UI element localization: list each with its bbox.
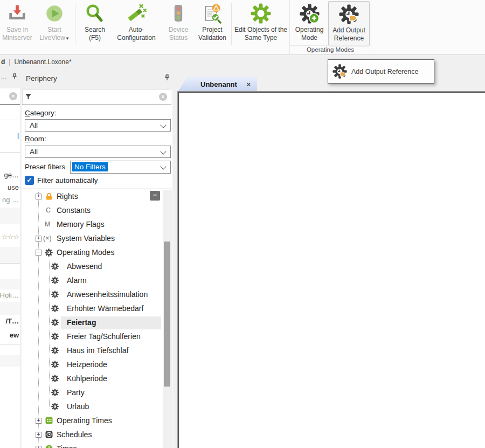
operating-mode-button[interactable]: Operating Mode bbox=[292, 1, 327, 46]
save-miniserver-icon bbox=[1, 1, 33, 26]
gear-icon bbox=[51, 389, 59, 396]
clock-green-icon bbox=[45, 445, 53, 448]
tab-unbenannt[interactable]: Unbenannt × bbox=[178, 77, 257, 92]
clear-filter-icon[interactable]: × bbox=[159, 93, 167, 101]
gear-icon bbox=[51, 305, 59, 312]
gear-icon bbox=[51, 333, 59, 340]
expand-plus-icon[interactable]: + bbox=[36, 236, 41, 242]
gear-output-icon bbox=[329, 2, 369, 26]
clear-filter-icon[interactable]: × bbox=[9, 92, 17, 100]
tree-item-operating-modes[interactable]: − Operating Modes bbox=[22, 246, 163, 260]
tree-item-kuehlperiode[interactable]: Kühlperiode bbox=[22, 372, 163, 386]
ribbon-toolbar: Save in Miniserver Start LiveView▼ Searc… bbox=[0, 0, 485, 55]
tree-item-anwesenheitssimulation[interactable]: Anwesenheitssimulation bbox=[22, 288, 163, 302]
ribbon-group-label: Operating Modes bbox=[290, 45, 371, 54]
tree-item-heizperiode[interactable]: Heizperiode bbox=[22, 358, 163, 372]
tree-item-constants[interactable]: C Constants bbox=[22, 204, 163, 218]
dropdown-arrow-icon: ▼ bbox=[65, 36, 70, 41]
gear-icon bbox=[51, 263, 59, 270]
left-panel-cutoff: ... × l ge… use ng … ☆☆☆ Holi… /T… ew bbox=[0, 69, 20, 448]
gear-icon bbox=[51, 277, 59, 284]
tree-item-feiertag-selected[interactable]: Feiertag bbox=[22, 316, 163, 330]
tree-item-schedules[interactable]: + Schedules bbox=[22, 428, 163, 442]
calendar-icon bbox=[45, 417, 53, 424]
tree-item-freier-tag-schulferien[interactable]: Freier Tag/Schulferien bbox=[22, 330, 163, 344]
rating-stars-icon: ☆☆☆ bbox=[2, 233, 19, 241]
room-label: Room: bbox=[25, 135, 46, 143]
add-output-reference-button[interactable]: Add Output Reference bbox=[328, 1, 370, 46]
expand-plus-icon[interactable]: + bbox=[36, 418, 41, 424]
filter-search-box: × bbox=[22, 89, 171, 105]
constants-icon: C bbox=[46, 206, 51, 214]
expand-minus-icon[interactable]: − bbox=[36, 250, 41, 256]
auto-configuration-button[interactable]: Auto-Configuration bbox=[112, 1, 161, 46]
periphery-header: Periphery bbox=[22, 69, 172, 89]
expand-plus-icon[interactable]: + bbox=[36, 432, 41, 438]
tree-item-times[interactable]: + Times bbox=[22, 442, 163, 448]
gear-icon bbox=[51, 291, 59, 298]
operating-modes-group: Operating Mode Add Output Reference Oper… bbox=[289, 0, 371, 54]
tooltip-add-output-reference: Add Output Reference bbox=[328, 59, 434, 84]
tree-item-urlaub[interactable]: Urlaub bbox=[22, 400, 163, 414]
panel-title: Periphery bbox=[26, 74, 57, 82]
tree-item-rights[interactable]: + Rights bbox=[22, 190, 163, 204]
collapse-all-button[interactable]: − bbox=[150, 191, 160, 201]
chevron-down-icon bbox=[160, 148, 166, 154]
text-fragment: ge… bbox=[4, 171, 19, 179]
tree-item-system-variables[interactable]: + (×) System Variables bbox=[22, 232, 163, 246]
search-icon bbox=[79, 1, 110, 26]
gear-icon bbox=[51, 403, 59, 410]
tree-item-memory-flags[interactable]: M Memory Flags bbox=[22, 218, 163, 232]
gear-output-icon bbox=[332, 64, 347, 79]
filter-automatically-label: Filter automatically bbox=[37, 176, 98, 184]
document-check-icon bbox=[195, 1, 230, 26]
text-fragment: l bbox=[17, 132, 19, 141]
search-button[interactable]: Search (F5) bbox=[79, 1, 110, 46]
preset-filters-dropdown[interactable]: No Filters bbox=[70, 161, 171, 174]
device-status-button[interactable]: Device Status bbox=[163, 1, 193, 46]
pin-icon[interactable] bbox=[164, 74, 170, 81]
system-variables-icon: (×) bbox=[43, 235, 52, 242]
periphery-panel: Periphery × Category: All Room: All Pres… bbox=[22, 69, 172, 448]
gear-icon bbox=[51, 347, 59, 354]
category-dropdown[interactable]: All bbox=[25, 119, 171, 132]
project-validation-button[interactable]: Project Validation bbox=[195, 1, 230, 46]
memory-flags-icon: M bbox=[45, 220, 50, 228]
filter-funnel-icon bbox=[25, 94, 32, 100]
start-liveview-button[interactable]: Start LiveView▼ bbox=[34, 1, 74, 46]
tree-item-abwesend[interactable]: Abwesend bbox=[22, 260, 163, 274]
room-dropdown[interactable]: All bbox=[25, 146, 171, 158]
tab-close-icon[interactable]: × bbox=[246, 77, 251, 92]
filter-automatically-checkbox[interactable]: ✓ bbox=[25, 176, 34, 185]
tree-item-alarm[interactable]: Alarm bbox=[22, 274, 163, 288]
green-gear-icon bbox=[233, 1, 288, 26]
filter-search-input[interactable] bbox=[34, 92, 158, 104]
text-fragment: use bbox=[8, 183, 19, 191]
tree-item-party[interactable]: Party bbox=[22, 386, 163, 400]
program-canvas[interactable] bbox=[178, 92, 485, 448]
document-title: Unbenannt.Loxone* bbox=[14, 58, 71, 66]
preset-filters-label: Preset filters bbox=[25, 163, 65, 171]
gear-plus-icon bbox=[292, 1, 327, 26]
tree-item-operating-times[interactable]: + Operating Times bbox=[22, 414, 163, 428]
edit-objects-same-type-button[interactable]: Edit Objects of the Same Type bbox=[233, 1, 288, 46]
text-fragment: ew bbox=[10, 331, 19, 339]
gear-icon bbox=[45, 249, 53, 257]
clock-dark-icon bbox=[45, 431, 53, 438]
left-panel-header: ... bbox=[0, 69, 20, 88]
traffic-light-icon bbox=[163, 1, 193, 26]
start-liveview-icon bbox=[34, 1, 74, 26]
scrollbar-thumb[interactable] bbox=[164, 242, 170, 387]
magic-wand-icon bbox=[112, 1, 161, 26]
expand-plus-icon[interactable]: + bbox=[36, 446, 41, 448]
ribbon-separator bbox=[231, 3, 232, 45]
ribbon-separator bbox=[75, 3, 75, 45]
loxone-config-window: { "window": { "breadcrumb_prefix": "d", … bbox=[0, 0, 485, 448]
text-fragment: ng … bbox=[2, 196, 19, 204]
expand-plus-icon[interactable]: + bbox=[36, 194, 41, 199]
save-in-miniserver-button[interactable]: Save in Miniserver bbox=[1, 1, 33, 46]
tree-item-haus-im-tiefschlaf[interactable]: Haus im Tiefschlaf bbox=[22, 344, 163, 358]
pin-icon[interactable] bbox=[11, 73, 18, 80]
chevron-down-icon bbox=[160, 122, 166, 128]
tree-item-erhoehter-waermebedarf[interactable]: Erhöhter Wärmebedarf bbox=[22, 302, 163, 316]
